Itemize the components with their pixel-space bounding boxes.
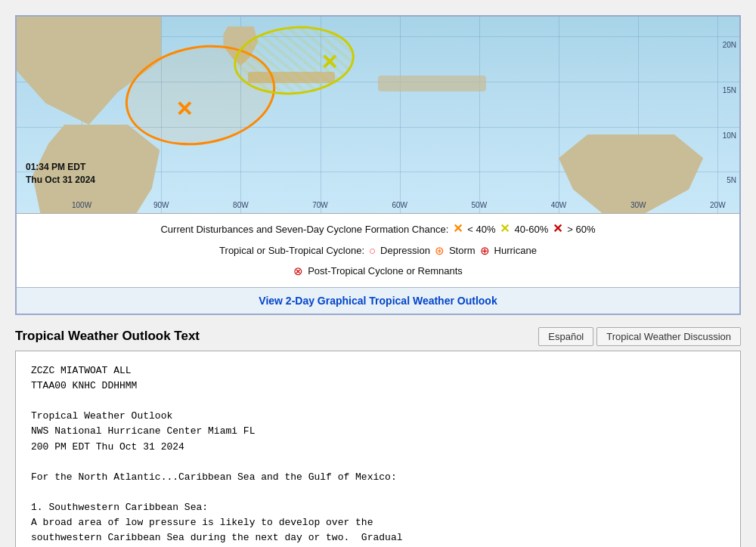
lon-label-60w: 60W	[392, 201, 407, 209]
lon-label-50w: 50W	[472, 201, 488, 209]
legend-depression-label: Depression	[380, 242, 430, 259]
lon-label-80w: 80W	[233, 201, 249, 209]
legend-disturbance-label: Current Disturbances and Seven-Day Cyclo…	[160, 221, 448, 238]
caribbean-islands	[378, 76, 486, 91]
legend-storm-icon: ⊛	[435, 240, 445, 261]
lon-label-20w: 20W	[710, 201, 726, 209]
outlook-title: Tropical Weather Outlook Text	[15, 329, 200, 344]
lat-label-10n: 10N	[723, 131, 736, 139]
lon-label-90w: 90W	[153, 201, 169, 209]
marker-orange-x: ✕	[175, 99, 193, 120]
lat-label-5n: 5N	[727, 176, 736, 184]
legend-post-tropical-icon: ⊗	[293, 261, 303, 281]
lon-label-70w: 70W	[312, 201, 328, 209]
outlook-text-box: ZCZC MIATWOAT ALL TTAA00 KNHC DDHHMM Tro…	[15, 351, 741, 547]
legend-hurricane-label: Hurricane	[494, 242, 537, 259]
tab-espanol[interactable]: Español	[538, 327, 593, 346]
legend-x-orange: ✕	[453, 218, 463, 240]
marker-yellow-x: ✕	[321, 52, 338, 73]
tab-tropical-weather-discussion[interactable]: Tropical Weather Discussion	[596, 327, 741, 346]
lat-label-15n: 15N	[723, 85, 736, 94]
map-image: ✕ ✕ 01:34 PM EDT Thu Oct 31 2024 100W 90…	[17, 17, 739, 213]
view-outlook-link[interactable]: View 2-Day Graphical Tropical Weather Ou…	[259, 295, 497, 307]
legend-low-label: < 40%	[467, 221, 495, 238]
legend-post-tropical-label: Post-Tropical Cyclone or Remnants	[308, 262, 463, 280]
lat-label-20n: 20N	[723, 41, 736, 49]
legend-cyclone-label: Tropical or Sub-Tropical Cyclone:	[219, 242, 364, 259]
legend-hurricane-icon: ⊕	[480, 240, 490, 261]
legend-medium-label: 40-60%	[514, 221, 548, 238]
legend-bar: Current Disturbances and Seven-Day Cyclo…	[17, 213, 739, 287]
legend-storm-label: Storm	[449, 242, 476, 259]
lon-label-30w: 30W	[631, 201, 646, 209]
map-timestamp: 01:34 PM EDT Thu Oct 31 2024	[26, 161, 95, 187]
legend-x-red: ✕	[553, 218, 562, 240]
lon-label-100w: 100W	[72, 201, 91, 209]
view-link-bar[interactable]: View 2-Day Graphical Tropical Weather Ou…	[17, 287, 739, 314]
legend-depression-icon: ○	[369, 240, 376, 261]
bottom-section: Tropical Weather Outlook Text Español Tr…	[15, 327, 741, 547]
legend-high-label: > 60%	[567, 221, 595, 238]
outlook-header: Tropical Weather Outlook Text Español Tr…	[15, 327, 741, 346]
map-container: ✕ ✕ 01:34 PM EDT Thu Oct 31 2024 100W 90…	[15, 15, 741, 315]
legend-x-yellow: ✕	[500, 218, 510, 240]
lon-label-40w: 40W	[551, 201, 567, 209]
header-tabs: Español Tropical Weather Discussion	[538, 327, 741, 346]
